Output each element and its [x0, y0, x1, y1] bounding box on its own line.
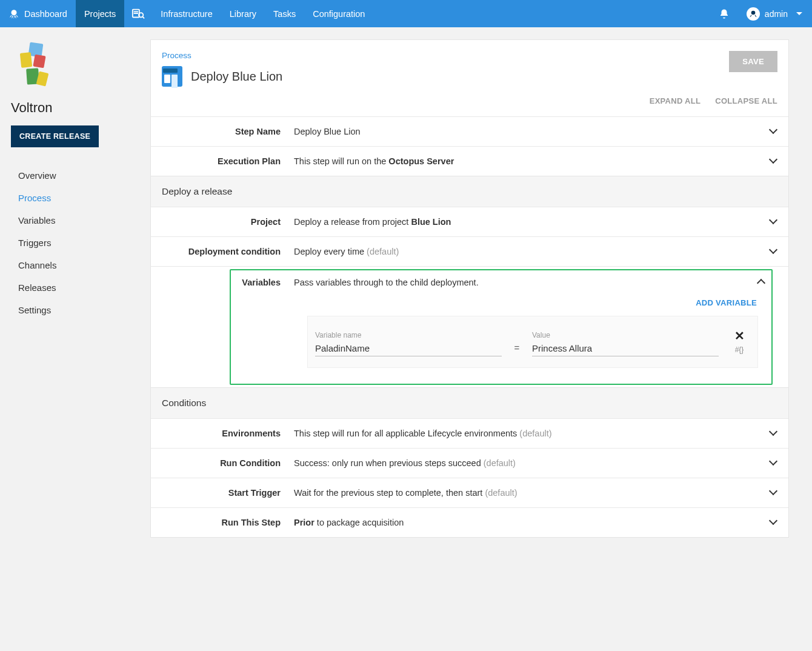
row-value-muted: (default): [519, 429, 551, 438]
step-editor-card: Process Deploy Blue Lion SAVE EXPAND ALL…: [150, 39, 789, 538]
svg-line-5: [143, 16, 145, 18]
nav-library-label: Library: [230, 9, 256, 19]
variable-value-input[interactable]: [532, 341, 719, 356]
section-deploy-release: Deploy a release: [151, 176, 788, 207]
row-label: Start Trigger: [161, 488, 294, 498]
variable-value-label: Value: [532, 331, 719, 339]
row-value: Success: only run when previous steps su…: [294, 458, 779, 468]
nav-tasks-label: Tasks: [273, 9, 296, 19]
row-label: Run This Step: [161, 518, 294, 527]
user-menu[interactable]: admin: [737, 0, 812, 27]
row-execution-plan[interactable]: Execution Plan This step will run on the…: [151, 146, 788, 176]
variables-highlight-box: Variables Pass variables through to the …: [230, 269, 773, 385]
row-value-muted: (default): [484, 458, 516, 468]
row-label: Step Name: [161, 127, 294, 136]
nav-projects[interactable]: Projects: [76, 0, 124, 27]
sidebar-item-label: Channels: [18, 260, 56, 270]
row-environments[interactable]: Environments This step will run for all …: [151, 418, 788, 448]
create-release-button[interactable]: CREATE RELEASE: [11, 125, 99, 147]
sidebar-item-label: Process: [18, 193, 51, 203]
row-label: Project: [161, 217, 294, 227]
row-value-text: Wait for the previous step to complete, …: [294, 488, 485, 498]
chevron-up-icon[interactable]: [758, 278, 765, 285]
sidebar-item-settings[interactable]: Settings: [18, 299, 139, 321]
row-value-muted: (default): [485, 488, 517, 498]
row-value: Deploy Blue Lion: [294, 127, 779, 136]
project-logo: [18, 43, 55, 92]
row-deployment-condition[interactable]: Deployment condition Deploy every time (…: [151, 236, 788, 266]
step-type-icon: [162, 66, 182, 87]
chevron-down-icon[interactable]: [770, 128, 777, 135]
variable-row: Variable name = Value ✕ #{}: [307, 316, 758, 368]
row-run-condition[interactable]: Run Condition Success: only run when pre…: [151, 448, 788, 478]
sidebar-item-channels[interactable]: Channels: [18, 254, 139, 276]
row-value: Prior to package acquisition: [294, 518, 779, 527]
equals-sign: =: [511, 342, 522, 356]
row-value-text: Deploy every time: [294, 247, 367, 256]
nav-project-search[interactable]: [124, 0, 152, 27]
expand-all-link[interactable]: EXPAND ALL: [650, 96, 701, 105]
row-value-text: This step will run for all applicable Li…: [294, 429, 519, 438]
nav-dashboard[interactable]: Dashboard: [0, 0, 76, 27]
sidebar-item-process[interactable]: Process: [18, 187, 139, 209]
row-value: This step will run for all applicable Li…: [294, 429, 779, 438]
add-variable-link[interactable]: ADD VARIABLE: [238, 287, 764, 316]
remove-variable-icon[interactable]: ✕: [734, 330, 745, 342]
row-run-this-step[interactable]: Run This Step Prior to package acquisiti…: [151, 507, 788, 537]
chevron-down-icon[interactable]: [770, 489, 777, 496]
sidebar-item-label: Settings: [18, 305, 51, 315]
chevron-down-icon[interactable]: [770, 459, 777, 467]
row-value-muted: (default): [367, 247, 399, 256]
nav-library[interactable]: Library: [221, 0, 265, 27]
page-title: Deploy Blue Lion: [191, 70, 282, 84]
chevron-down-icon[interactable]: [770, 430, 777, 437]
row-value: Wait for the previous step to complete, …: [294, 488, 779, 498]
variable-name-label: Variable name: [315, 331, 502, 339]
row-label: Execution Plan: [161, 156, 294, 166]
nav-configuration[interactable]: Configuration: [304, 0, 373, 27]
nav-tasks[interactable]: Tasks: [265, 0, 304, 27]
row-value-text: to package acquisition: [314, 518, 404, 527]
user-name: admin: [765, 9, 788, 19]
chevron-down-icon[interactable]: [770, 248, 777, 255]
row-value-text: Success: only run when previous steps su…: [294, 458, 484, 468]
row-step-name[interactable]: Step Name Deploy Blue Lion: [151, 116, 788, 146]
row-label: Deployment condition: [161, 247, 294, 256]
row-value-bold: Prior: [294, 518, 314, 527]
sidebar-item-label: Overview: [18, 170, 56, 181]
row-start-trigger[interactable]: Start Trigger Wait for the previous step…: [151, 478, 788, 507]
sidebar-item-releases[interactable]: Releases: [18, 276, 139, 299]
chevron-down-icon[interactable]: [770, 519, 777, 526]
breadcrumb-process[interactable]: Process: [162, 51, 729, 60]
row-value: This step will run on the Octopus Server: [294, 156, 779, 166]
nav-infrastructure-label: Infrastructure: [161, 9, 212, 19]
octopus-icon: [8, 8, 19, 19]
row-label: Variables: [238, 278, 294, 287]
row-variables: Variables Pass variables through to the …: [151, 266, 788, 387]
project-sidebar: Voltron CREATE RELEASE Overview Process …: [0, 27, 150, 556]
sidebar-item-label: Variables: [18, 215, 55, 225]
svg-point-6: [751, 10, 756, 15]
nav-dashboard-label: Dashboard: [24, 9, 67, 19]
insert-binding-icon[interactable]: #{}: [735, 346, 744, 354]
notifications-icon[interactable]: [711, 0, 737, 27]
nav-infrastructure[interactable]: Infrastructure: [152, 0, 221, 27]
project-side-nav: Overview Process Variables Triggers Chan…: [11, 164, 139, 321]
row-value: Deploy every time (default): [294, 247, 779, 256]
sidebar-item-variables[interactable]: Variables: [18, 209, 139, 232]
section-conditions: Conditions: [151, 387, 788, 418]
save-button[interactable]: SAVE: [729, 51, 777, 72]
row-value: Deploy a release from project Blue Lion: [294, 217, 779, 227]
sidebar-item-triggers[interactable]: Triggers: [18, 232, 139, 254]
caret-down-icon: [796, 12, 802, 15]
svg-point-0: [12, 10, 17, 15]
nav-projects-label: Projects: [84, 9, 116, 19]
chevron-down-icon[interactable]: [770, 218, 777, 225]
row-value-bold: Blue Lion: [411, 217, 451, 227]
collapse-all-link[interactable]: COLLAPSE ALL: [715, 96, 777, 105]
row-value-text: This step will run on the: [294, 156, 388, 166]
row-project[interactable]: Project Deploy a release from project Bl…: [151, 207, 788, 236]
sidebar-item-overview[interactable]: Overview: [18, 164, 139, 187]
chevron-down-icon[interactable]: [770, 158, 777, 165]
variable-name-input[interactable]: [315, 341, 502, 356]
